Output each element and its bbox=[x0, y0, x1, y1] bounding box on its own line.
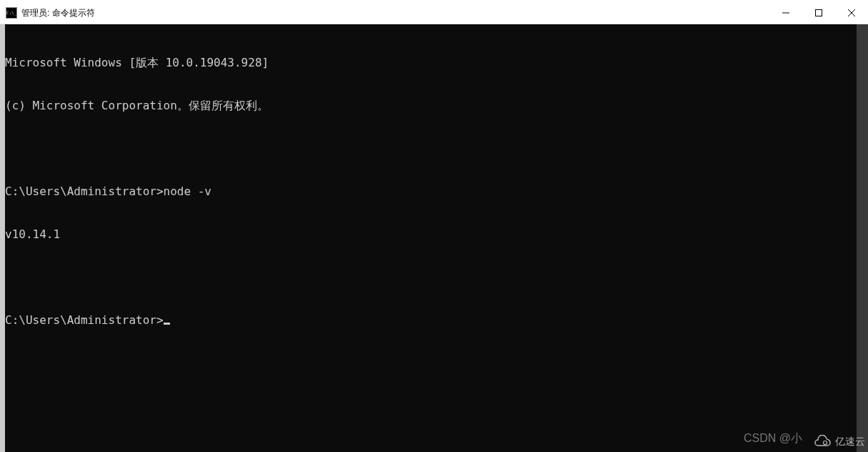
cloud-icon bbox=[812, 435, 832, 449]
command-prompt-window: 管理员: 命令提示符 Microsoft Windows [版本 10.0.19… bbox=[0, 2, 868, 452]
svg-rect-1 bbox=[816, 10, 822, 16]
minimize-button[interactable] bbox=[769, 2, 802, 24]
cloud-watermark-text: 亿速云 bbox=[835, 436, 865, 448]
window-title: 管理员: 命令提示符 bbox=[21, 7, 769, 19]
terminal-content[interactable]: Microsoft Windows [版本 10.0.19043.928] (c… bbox=[5, 24, 857, 452]
terminal-area: Microsoft Windows [版本 10.0.19043.928] (c… bbox=[0, 24, 868, 452]
close-icon bbox=[848, 9, 855, 16]
csdn-watermark: CSDN @小 bbox=[744, 431, 802, 446]
terminal-line bbox=[5, 142, 857, 156]
terminal-line: C:\Users\Administrator>node -v bbox=[5, 185, 857, 199]
terminal-line: Microsoft Windows [版本 10.0.19043.928] bbox=[5, 56, 857, 70]
terminal-line: v10.14.1 bbox=[5, 227, 857, 242]
svg-point-4 bbox=[824, 441, 827, 445]
maximize-button[interactable] bbox=[802, 2, 835, 24]
minimize-icon bbox=[782, 9, 789, 16]
maximize-icon bbox=[815, 9, 822, 16]
titlebar[interactable]: 管理员: 命令提示符 bbox=[0, 2, 868, 24]
terminal-gutter bbox=[0, 24, 5, 452]
terminal-prompt-line: C:\Users\Administrator> bbox=[5, 313, 857, 328]
vertical-scrollbar[interactable] bbox=[857, 24, 868, 452]
window-controls bbox=[769, 2, 868, 24]
terminal-line: (c) Microsoft Corporation。保留所有权利。 bbox=[5, 99, 857, 113]
cmd-icon bbox=[6, 7, 17, 19]
close-button[interactable] bbox=[835, 2, 868, 24]
terminal-cursor bbox=[164, 323, 170, 325]
scrollbar-thumb[interactable] bbox=[857, 24, 868, 452]
terminal-line bbox=[5, 270, 857, 285]
cloud-watermark: 亿速云 bbox=[812, 435, 865, 449]
terminal-prompt-text: C:\Users\Administrator> bbox=[5, 313, 164, 327]
